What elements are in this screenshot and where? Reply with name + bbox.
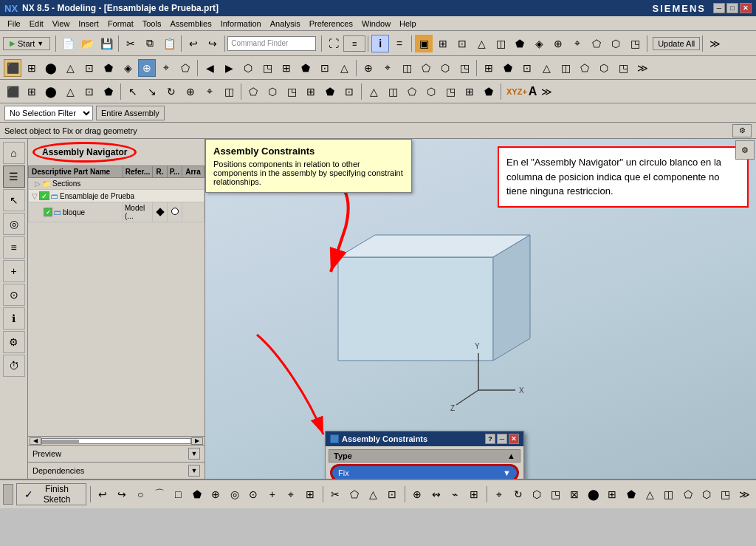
bt13[interactable]: ✂ [327,484,345,505]
copy-btn[interactable]: ⧉ [141,35,159,52]
r3-t9[interactable]: ↻ [162,83,180,100]
menu-edit[interactable]: Edit [25,18,48,30]
viewport-settings-btn[interactable]: ⚙ [735,140,755,160]
r2-t22[interactable]: ⬠ [417,59,435,77]
table-row-assembly[interactable]: ▽ ✓ 🗃 Ensamblaje de Prueba [29,190,205,202]
r3-t4[interactable]: △ [61,83,79,100]
bt30[interactable]: ◫ [660,484,678,505]
bt34[interactable]: ≫ [735,484,753,505]
bt8[interactable]: ◎ [226,484,244,505]
bt18[interactable]: ↭ [427,484,445,505]
scroll-thumb[interactable] [42,440,79,444]
bt33[interactable]: ◳ [717,484,735,505]
level-btn[interactable]: ≡ [343,35,365,52]
start-button[interactable]: ▶ Start ▼ [3,37,50,50]
selection-filter-dropdown[interactable]: No Selection Filter [4,106,93,120]
menu-view[interactable]: View [48,18,75,30]
menu-tools[interactable]: Tools [138,18,166,30]
minimize-button[interactable]: ─ [713,3,725,13]
bt11[interactable]: ⌖ [283,484,300,505]
r2-t12[interactable]: ▶ [220,59,238,77]
bt31[interactable]: ⬠ [679,484,697,505]
equals-btn[interactable]: = [391,35,408,52]
table-row-bloque[interactable]: ✓ 🗃 bloque Model (... [29,202,205,222]
bt10[interactable]: + [264,484,281,505]
r2-t3[interactable]: ⬤ [42,59,60,77]
r2-t17[interactable]: ⊡ [316,59,334,77]
sidebar-zoom-icon[interactable]: ◎ [3,213,25,235]
t10[interactable]: ⬠ [588,35,605,52]
r2-t11[interactable]: ◀ [201,59,219,77]
r2-t13[interactable]: ⬡ [239,59,257,77]
scroll-right-btn[interactable]: ▶ [191,437,203,445]
r2-t16[interactable]: ⬟ [297,59,315,77]
r3-t16[interactable]: ⊞ [302,83,320,100]
t11[interactable]: ⬡ [607,35,625,52]
close-button[interactable]: ✕ [740,3,752,13]
sidebar-list-icon[interactable]: ≡ [3,236,25,259]
r3-t24[interactable]: ⊞ [461,83,478,100]
r2-t4[interactable]: △ [61,59,79,77]
dialog-help-btn[interactable]: ? [485,434,495,444]
r3-t11[interactable]: ⌖ [201,83,219,100]
r3-t23[interactable]: ◳ [441,83,459,100]
r2-t15[interactable]: ⊞ [278,59,295,77]
horizontal-scrollbar[interactable]: ◀ ▶ [28,436,205,445]
dialog-minimize-btn[interactable]: ─ [497,434,507,444]
restore-button[interactable]: □ [726,3,738,13]
r3-t21[interactable]: ⬠ [403,83,421,100]
r2-t23[interactable]: ⬡ [436,59,454,77]
bt3[interactable]: ○ [131,484,149,505]
r3-t6[interactable]: ⬟ [100,83,117,100]
bt1[interactable]: ↩ [94,484,111,505]
t8[interactable]: ⊕ [549,35,567,52]
r2-t24[interactable]: ◳ [456,59,473,77]
expand-btn[interactable]: ≫ [706,35,724,52]
bt24[interactable]: ◳ [547,484,565,505]
t9[interactable]: ⌖ [568,35,586,52]
t2[interactable]: ⊞ [434,35,452,52]
r3-t1[interactable]: ⬛ [4,83,21,100]
r3-t25[interactable]: ⬟ [480,83,498,100]
bt4[interactable]: ⌒ [151,484,168,505]
bt23[interactable]: ⬡ [529,484,546,505]
r2-t14[interactable]: ◳ [258,59,276,77]
bt22[interactable]: ↻ [509,484,527,505]
r3-t22[interactable]: ⬡ [422,83,440,100]
bt9[interactable]: ⊙ [245,484,263,505]
menu-window[interactable]: Window [357,18,395,30]
r3-t7[interactable]: ↖ [124,83,142,100]
statusbar-icon[interactable]: ⚙ [732,124,752,137]
r3-t20[interactable]: ◫ [384,83,402,100]
r2-t31[interactable]: ⬡ [595,59,613,77]
r2-t30[interactable]: ⬠ [576,59,594,77]
r3-t5[interactable]: ⊡ [80,83,98,100]
scroll-left-btn[interactable]: ◀ [30,437,41,445]
bt2[interactable]: ↪ [113,484,131,505]
sidebar-plus-icon[interactable]: + [3,260,25,282]
r3-t18[interactable]: ⊡ [340,83,358,100]
bt16[interactable]: ⊡ [383,484,401,505]
r2-t7[interactable]: ◈ [119,59,137,77]
menu-information[interactable]: Information [216,18,266,30]
r2-t28[interactable]: △ [537,59,555,77]
t5[interactable]: ◫ [492,35,509,52]
entire-assembly-button[interactable]: Entire Assembly [96,106,165,120]
command-finder[interactable]: Command Finder [227,36,316,51]
undo-btn[interactable]: ↩ [185,35,202,52]
t4[interactable]: △ [472,35,490,52]
sidebar-clock-icon[interactable]: ⏱ [3,355,25,377]
r2-t8[interactable]: ⊕ [138,59,156,77]
r2-t29[interactable]: ◫ [557,59,574,77]
r2-t10[interactable]: ⬠ [176,59,194,77]
t6[interactable]: ⬟ [511,35,529,52]
menu-preferences[interactable]: Preferences [305,18,357,30]
finish-sketch-button[interactable]: ✓ Finish Sketch [16,483,86,505]
t1[interactable]: ▣ [415,35,433,52]
bt5[interactable]: □ [169,484,187,505]
r3-t15[interactable]: ◳ [283,83,300,100]
bt7[interactable]: ⊕ [207,484,225,505]
t12[interactable]: ◳ [626,35,644,52]
r2-t20[interactable]: ⌖ [379,59,396,77]
sidebar-nav-icon[interactable]: ☰ [3,165,25,188]
